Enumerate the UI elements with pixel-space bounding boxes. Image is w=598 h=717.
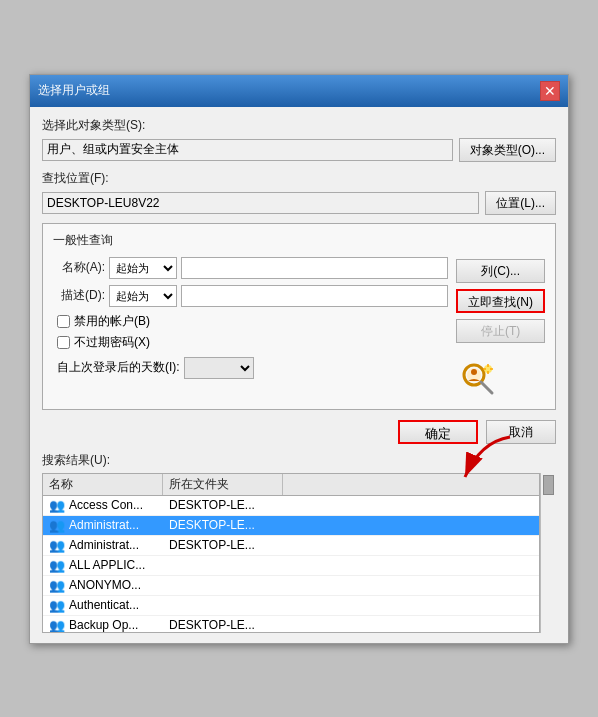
days-select[interactable]: [184, 357, 254, 379]
row-folder: DESKTOP-LE...: [163, 617, 283, 633]
disabled-account-label: 禁用的帐户(B): [74, 313, 150, 330]
row-name: Administrat...: [69, 538, 139, 552]
table-row[interactable]: 👥Access Con...DESKTOP-LE...: [43, 496, 539, 516]
scrollbar[interactable]: [540, 473, 556, 633]
name-row: 名称(A): 起始为: [53, 257, 448, 279]
title-bar: 选择用户或组 ✕: [30, 75, 568, 107]
name-label: 名称(A):: [53, 259, 105, 276]
user-group-icon: 👥: [49, 578, 65, 593]
svg-point-3: [471, 369, 477, 375]
ok-cancel-row: 确定 取消: [42, 420, 556, 444]
select-user-dialog: 选择用户或组 ✕ 选择此对象类型(S): 对象类型(O)... 查找位置(F):…: [29, 74, 569, 644]
stop-button[interactable]: 停止(T): [456, 319, 545, 343]
row-name: ANONYMO...: [69, 578, 141, 592]
disabled-account-row: 禁用的帐户(B): [53, 313, 448, 330]
general-query-title: 一般性查询: [53, 232, 545, 249]
table-row[interactable]: 👥Backup Op...DESKTOP-LE...: [43, 616, 539, 633]
col-header-folder: 所在文件夹: [163, 474, 283, 495]
general-query-box: 一般性查询 名称(A): 起始为 描述(D): 起: [42, 223, 556, 410]
cancel-button[interactable]: 取消: [486, 420, 556, 444]
svg-line-2: [481, 382, 492, 393]
location-label: 查找位置(F):: [42, 170, 556, 187]
user-group-icon: 👥: [49, 498, 65, 513]
results-header: 名称 所在文件夹: [43, 474, 539, 496]
no-expire-pw-checkbox[interactable]: [57, 336, 70, 349]
row-folder: [163, 584, 283, 586]
no-expire-pw-row: 不过期密码(X): [53, 334, 448, 351]
no-expire-pw-label: 不过期密码(X): [74, 334, 150, 351]
table-row[interactable]: 👥Administrat...DESKTOP-LE...: [43, 516, 539, 536]
name-select[interactable]: 起始为: [109, 257, 177, 279]
col-header-name: 名称: [43, 474, 163, 495]
user-group-icon: 👥: [49, 598, 65, 613]
desc-select[interactable]: 起始为: [109, 285, 177, 307]
query-area: 名称(A): 起始为 描述(D): 起始为: [53, 257, 545, 401]
row-name: Access Con...: [69, 498, 143, 512]
user-group-icon: 👥: [49, 558, 65, 573]
object-type-label: 选择此对象类型(S):: [42, 117, 556, 134]
days-label: 自上次登录后的天数(I):: [57, 359, 180, 376]
close-button[interactable]: ✕: [540, 81, 560, 101]
search-icon-area: [456, 357, 500, 401]
object-type-input[interactable]: [42, 139, 453, 161]
results-table[interactable]: 名称 所在文件夹 👥Access Con...DESKTOP-LE...👥Adm…: [42, 473, 540, 633]
desc-row: 描述(D): 起始为: [53, 285, 448, 307]
desc-input[interactable]: [181, 285, 448, 307]
days-row: 自上次登录后的天数(I):: [53, 357, 448, 379]
table-row[interactable]: 👥ANONYMO...: [43, 576, 539, 596]
user-group-icon: 👥: [49, 618, 65, 633]
query-right-buttons: 列(C)... 立即查找(N) 停止(T): [456, 257, 545, 401]
row-folder: DESKTOP-LE...: [163, 537, 283, 553]
table-row[interactable]: 👥Authenticat...: [43, 596, 539, 616]
search-icon: [458, 359, 498, 399]
row-folder: [163, 564, 283, 566]
column-button[interactable]: 列(C)...: [456, 259, 545, 283]
row-name: Authenticat...: [69, 598, 139, 612]
search-now-button[interactable]: 立即查找(N): [456, 289, 545, 313]
user-group-icon: 👥: [49, 518, 65, 533]
row-folder: [163, 604, 283, 606]
location-row: 位置(L)...: [42, 191, 556, 215]
row-folder: DESKTOP-LE...: [163, 517, 283, 533]
dialog-body: 选择此对象类型(S): 对象类型(O)... 查找位置(F): 位置(L)...…: [30, 107, 568, 643]
dialog-title: 选择用户或组: [38, 82, 110, 99]
object-type-button[interactable]: 对象类型(O)...: [459, 138, 556, 162]
location-button[interactable]: 位置(L)...: [485, 191, 556, 215]
ok-button[interactable]: 确定: [398, 420, 478, 444]
disabled-account-checkbox[interactable]: [57, 315, 70, 328]
row-name: Backup Op...: [69, 618, 138, 632]
desc-label: 描述(D):: [53, 287, 105, 304]
results-container: 名称 所在文件夹 👥Access Con...DESKTOP-LE...👥Adm…: [42, 473, 556, 633]
table-row[interactable]: 👥Administrat...DESKTOP-LE...: [43, 536, 539, 556]
query-left: 名称(A): 起始为 描述(D): 起始为: [53, 257, 448, 401]
object-type-row: 对象类型(O)...: [42, 138, 556, 162]
results-rows: 👥Access Con...DESKTOP-LE...👥Administrat.…: [43, 496, 539, 633]
row-folder: DESKTOP-LE...: [163, 497, 283, 513]
row-name: Administrat...: [69, 518, 139, 532]
name-input[interactable]: [181, 257, 448, 279]
table-row[interactable]: 👥ALL APPLIC...: [43, 556, 539, 576]
results-label: 搜索结果(U):: [42, 452, 556, 469]
row-name: ALL APPLIC...: [69, 558, 145, 572]
location-input[interactable]: [42, 192, 479, 214]
user-group-icon: 👥: [49, 538, 65, 553]
